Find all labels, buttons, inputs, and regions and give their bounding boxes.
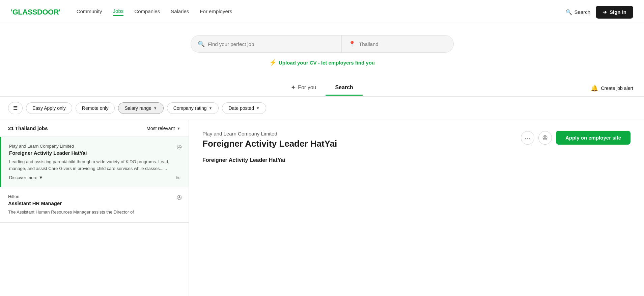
job-snippet-1: Leading and assisting parent/child throu… [9,158,180,172]
job-detail-panel: Play and Learn Company Limited Foreigner… [189,120,644,296]
signin-label: Sign in [610,9,626,15]
company-rating-label: Company rating [173,105,207,111]
filters-row: ☰ Easy Apply only Remote only Salary ran… [0,97,644,120]
tab-search[interactable]: Search [326,80,362,96]
detail-job-title-section: Foreigner Activity Leader HatYai [202,157,631,163]
nav-right: 🔍 Search ➔ Sign in [566,6,633,19]
company-rating-chevron-icon: ▼ [209,106,213,110]
bolt-icon: ⚡ [269,59,277,66]
nav-community[interactable]: Community [77,8,102,16]
nav-jobs[interactable]: Jobs [113,8,124,16]
job-search-wrap: 🔍 [191,35,342,53]
tab-search-label: Search [335,84,353,91]
salary-range-filter[interactable]: Salary range ▼ [118,102,163,114]
save-icon: ✇ [542,134,548,142]
detail-company: Play and Learn Company Limited [202,131,337,137]
job-title-2: Assistant HR Manager [8,200,180,206]
nav-salaries[interactable]: Salaries [171,8,189,16]
remote-label: Remote only [82,105,109,111]
discover-more-1[interactable]: Discover more ▼ [9,175,43,180]
job-card-1[interactable]: ✇ Play and Learn Company Limited Foreign… [0,137,189,187]
job-footer-1: Discover more ▼ 5d [9,175,180,180]
jobs-count: 21 Thailand jobs [8,125,48,131]
detail-title-block: Play and Learn Company Limited Foreigner… [202,131,337,149]
location-icon: 📍 [348,41,356,48]
sparkle-icon: ✦ [291,84,296,91]
location-search-wrap: 📍 [341,35,453,53]
search-bar: 🔍 📍 [191,35,454,53]
job-search-input[interactable] [208,41,335,47]
tab-for-you-label: For you [298,84,316,91]
save-job-button[interactable]: ✇ [538,131,552,145]
easy-apply-label: Easy Apply only [32,105,66,111]
bookmark-button-1[interactable]: ✇ [177,144,182,151]
company-rating-filter[interactable]: Company rating ▼ [167,102,219,114]
upload-cv-label: Upload your CV - let employers find you [279,60,375,66]
jobs-header: 21 Thailand jobs Most relevant ▼ [0,120,189,137]
create-alert-label: Create job alert [601,85,633,91]
job-title-1: Foreigner Activity Leader HatYai [9,150,180,156]
job-list-panel: 21 Thailand jobs Most relevant ▼ ✇ Play … [0,120,189,296]
detail-section-job-title: Foreigner Activity Leader HatYai [202,157,631,163]
upload-cv-link[interactable]: ⚡ Upload your CV - let employers find yo… [269,59,375,66]
job-card-2[interactable]: ✇ Hilton Assistant HR Manager The Assist… [0,187,189,223]
more-options-icon: ⋯ [525,134,531,142]
detail-header: Play and Learn Company Limited Foreigner… [202,131,631,149]
job-search-icon: 🔍 [198,41,205,48]
discover-more-chevron-icon-1: ▼ [39,175,43,180]
detail-actions: ⋯ ✇ Apply on employer site [521,131,631,145]
job-company-2: Hilton [8,194,180,199]
date-posted-chevron-icon: ▼ [256,106,260,110]
apply-button[interactable]: Apply on employer site [556,131,631,145]
nav-links: Community Jobs Companies Salaries For em… [77,8,566,16]
signin-button[interactable]: ➔ Sign in [596,6,633,19]
signin-icon: ➔ [603,9,607,15]
nav-employers[interactable]: For employers [200,8,232,16]
salary-chevron-icon: ▼ [153,106,157,110]
more-options-button[interactable]: ⋯ [521,131,534,145]
job-snippet-2: The Assistant Human Resources Manager as… [8,209,180,216]
remote-filter[interactable]: Remote only [76,102,115,114]
logo: 'GLASSDOOR' [11,8,60,17]
easy-apply-filter[interactable]: Easy Apply only [26,102,72,114]
location-search-input[interactable] [359,41,446,47]
navbar: 'GLASSDOOR' Community Jobs Companies Sal… [0,0,644,24]
search-label: Search [574,9,590,15]
sort-button[interactable]: Most relevant ▼ [146,126,180,131]
sort-chevron-icon: ▼ [177,126,180,130]
nav-companies[interactable]: Companies [134,8,160,16]
detail-title: Foreigner Activity Leader HatYai [202,139,337,149]
bookmark-button-2[interactable]: ✇ [177,194,182,201]
date-posted-filter[interactable]: Date posted ▼ [222,102,266,114]
main-content: 21 Thailand jobs Most relevant ▼ ✇ Play … [0,120,644,296]
filter-icon-button[interactable]: ☰ [8,102,23,114]
hero-section: 🔍 📍 ⚡ Upload your CV - let employers fin… [0,24,644,72]
sort-label: Most relevant [146,126,175,131]
salary-range-label: Salary range [124,105,151,111]
sliders-icon: ☰ [13,105,18,111]
search-button[interactable]: 🔍 Search [566,9,590,15]
date-posted-label: Date posted [228,105,254,111]
bell-icon: 🔔 [591,84,598,92]
job-company-1: Play and Learn Company Limited [9,144,180,149]
create-alert-button[interactable]: 🔔 Create job alert [591,84,633,92]
tabs-row: ✦ For you Search 🔔 Create job alert [0,80,644,97]
tab-for-you[interactable]: ✦ For you [281,80,326,96]
search-icon: 🔍 [566,9,572,15]
job-age-1: 5d [176,175,180,180]
discover-more-label-1: Discover more [9,175,37,180]
